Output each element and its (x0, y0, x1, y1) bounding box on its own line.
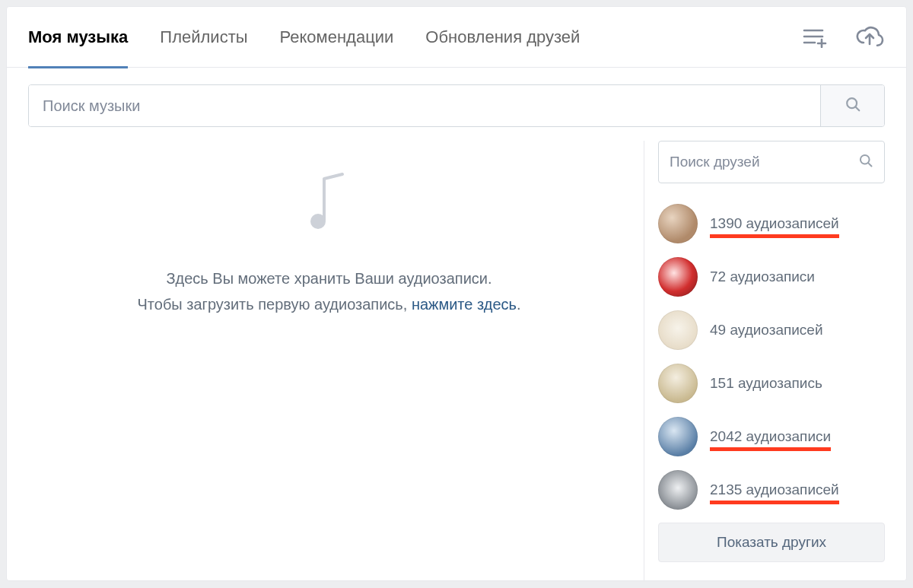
empty-text: Здесь Вы можете хранить Ваши аудиозаписи… (138, 265, 521, 317)
friend-item[interactable]: 1390 аудиозаписей (658, 197, 885, 250)
friend-audio-count: 2135 аудиозаписей (710, 482, 839, 498)
show-more-button[interactable]: Показать других (658, 523, 885, 562)
avatar (658, 310, 698, 350)
friends-search-input[interactable] (670, 154, 858, 170)
empty-line2: Чтобы загрузить первую аудиозапись, нажм… (138, 291, 521, 317)
friend-item[interactable]: 49 аудиозаписей (658, 304, 885, 357)
search-icon[interactable] (858, 153, 873, 171)
tab-recommendations[interactable]: Рекомендации (280, 7, 394, 68)
friends-sidebar: 1390 аудиозаписей72 аудиозаписи49 аудиоз… (644, 141, 885, 580)
tab-my-music[interactable]: Моя музыка (28, 7, 128, 68)
friend-item[interactable]: 2135 аудиозаписей (658, 463, 885, 516)
music-search-button[interactable] (820, 85, 884, 126)
music-search (28, 84, 885, 127)
header-actions (777, 26, 885, 49)
friend-audio-count: 49 аудиозаписей (710, 322, 823, 338)
svg-point-8 (310, 214, 326, 229)
music-search-wrap (7, 68, 906, 127)
avatar (658, 470, 698, 510)
empty-line2-prefix: Чтобы загрузить первую аудиозапись, (138, 296, 412, 313)
search-icon (845, 96, 861, 116)
friend-item[interactable]: 72 аудиозаписи (658, 250, 885, 304)
friends-list: 1390 аудиозаписей72 аудиозаписи49 аудиоз… (658, 197, 885, 516)
music-page: Моя музыка Плейлисты Рекомендации Обновл… (6, 6, 907, 581)
music-note-icon (303, 168, 356, 240)
empty-line2-suffix: . (517, 296, 521, 313)
upload-cloud-icon[interactable] (854, 26, 885, 49)
music-empty-state: Здесь Вы можете хранить Ваши аудиозаписи… (28, 141, 644, 580)
tab-friends-updates[interactable]: Обновления друзей (425, 7, 580, 68)
friend-audio-count: 72 аудиозаписи (710, 269, 815, 285)
music-search-input[interactable] (29, 85, 820, 126)
avatar (658, 257, 698, 297)
empty-line1: Здесь Вы можете хранить Ваши аудиозаписи… (138, 265, 521, 291)
avatar (658, 364, 698, 403)
playlist-add-icon[interactable] (803, 27, 829, 48)
friend-audio-count: 2042 аудиозаписи (710, 428, 831, 445)
friend-audio-count: 151 аудиозапись (710, 375, 822, 392)
avatar (658, 204, 698, 243)
friend-item[interactable]: 151 аудиозапись (658, 357, 885, 410)
svg-line-10 (868, 163, 871, 166)
friends-search (658, 141, 885, 183)
svg-line-7 (855, 107, 859, 111)
upload-link[interactable]: нажмите здесь (412, 296, 517, 313)
avatar (658, 417, 698, 456)
friend-audio-count: 1390 аудиозаписей (710, 215, 839, 232)
header-tabs: Моя музыка Плейлисты Рекомендации Обновл… (7, 7, 906, 68)
friend-item[interactable]: 2042 аудиозаписи (658, 410, 885, 463)
tab-playlists[interactable]: Плейлисты (160, 7, 247, 68)
content-columns: Здесь Вы можете хранить Ваши аудиозаписи… (7, 141, 906, 580)
